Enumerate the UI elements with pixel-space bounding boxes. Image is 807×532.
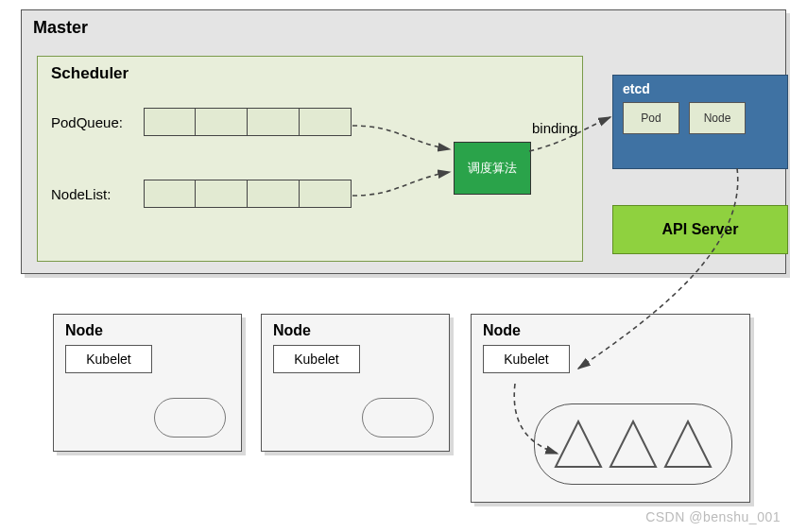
- nodelist-label: NodeList:: [51, 186, 144, 202]
- empty-pod-icon: [362, 398, 434, 438]
- scheduler-title: Scheduler: [51, 64, 569, 83]
- algorithm-box: 调度算法: [454, 142, 531, 195]
- svg-marker-2: [665, 421, 711, 467]
- etcd-node-label: Node: [704, 112, 731, 125]
- podqueue-row: PodQueue:: [51, 108, 352, 136]
- queue-cell: [196, 108, 248, 136]
- podqueue-cells: [144, 108, 352, 136]
- master-title: Master: [33, 18, 774, 38]
- queue-cell: [196, 180, 248, 208]
- node-box-2: Node Kubelet: [261, 314, 450, 452]
- etcd-title: etcd: [623, 81, 778, 96]
- node-title: Node: [483, 322, 738, 339]
- kubelet-box: Kubelet: [483, 345, 570, 373]
- kubelet-label: Kubelet: [294, 352, 338, 367]
- kubelet-label: Kubelet: [86, 352, 130, 367]
- nodelist-cells: [144, 180, 352, 208]
- etcd-node-box: Node: [689, 102, 746, 134]
- running-pod-icon: [534, 403, 732, 485]
- empty-pod-icon: [154, 398, 226, 438]
- apiserver-box: API Server: [612, 205, 788, 254]
- apiserver-label: API Server: [662, 221, 739, 238]
- kubelet-label: Kubelet: [504, 352, 548, 367]
- container-triangle-icon: [663, 418, 713, 471]
- watermark-text: CSDN @benshu_001: [645, 509, 781, 524]
- svg-marker-0: [556, 421, 601, 467]
- node-box-1: Node Kubelet: [53, 314, 242, 452]
- queue-cell: [300, 180, 352, 208]
- queue-cell: [248, 180, 300, 208]
- etcd-pod-box: Pod: [623, 102, 679, 134]
- svg-marker-1: [610, 421, 656, 467]
- node-box-3: Node Kubelet: [471, 314, 750, 503]
- queue-cell: [144, 180, 196, 208]
- podqueue-label: PodQueue:: [51, 114, 144, 130]
- node-title: Node: [65, 322, 230, 339]
- kubelet-box: Kubelet: [273, 345, 360, 373]
- container-triangle-icon: [554, 418, 603, 471]
- master-box: Master Scheduler PodQueue: NodeList: 调度算…: [21, 9, 786, 274]
- etcd-pod-label: Pod: [641, 112, 661, 125]
- container-triangle-icon: [609, 418, 658, 471]
- nodelist-row: NodeList:: [51, 180, 352, 208]
- kubelet-box: Kubelet: [65, 345, 152, 373]
- scheduler-box: Scheduler PodQueue: NodeList: 调度算法: [37, 56, 583, 262]
- node-title: Node: [273, 322, 438, 339]
- binding-label: binding: [532, 120, 577, 136]
- queue-cell: [144, 108, 196, 136]
- queue-cell: [300, 108, 352, 136]
- etcd-box: etcd Pod Node: [612, 75, 788, 169]
- queue-cell: [248, 108, 300, 136]
- algorithm-label: 调度算法: [468, 160, 517, 177]
